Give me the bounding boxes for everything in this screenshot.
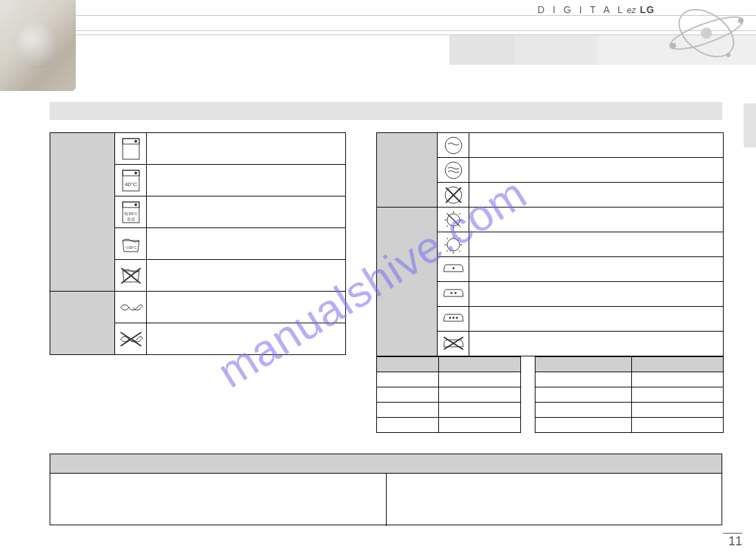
desc-cell (469, 307, 724, 332)
brand-lg: LG (640, 4, 654, 15)
svg-point-3 (671, 43, 676, 48)
cell (632, 387, 724, 403)
desc-cell (147, 260, 346, 292)
desc-cell (469, 332, 724, 356)
table-row (377, 357, 521, 372)
desc-cell (469, 232, 724, 257)
table-row (377, 387, 521, 403)
desc-cell (147, 196, 346, 228)
care-symbol-table-right (376, 132, 724, 356)
svg-point-52 (456, 316, 458, 318)
desc-cell (469, 282, 724, 307)
notes-box (50, 454, 722, 525)
category-cell (50, 292, 115, 355)
table-row (50, 133, 346, 165)
wash-30-neutral-icon: 약30°C중성 (122, 201, 140, 223)
svg-point-11 (134, 172, 137, 174)
svg-point-23 (445, 137, 462, 154)
cell (632, 372, 724, 387)
cell (535, 372, 632, 387)
svg-point-51 (452, 316, 454, 318)
no-wash-icon (120, 265, 142, 286)
page-number-rule (723, 533, 742, 534)
cell (439, 387, 521, 403)
page-number: 11 (728, 534, 742, 549)
cell (377, 387, 439, 403)
brand-ez: ez (627, 6, 636, 15)
symbol-cell: 약30°C (115, 228, 147, 260)
svg-line-36 (447, 225, 448, 227)
svg-line-46 (447, 250, 448, 252)
svg-point-2 (701, 28, 712, 39)
table-row (535, 357, 724, 372)
desc-cell (469, 257, 724, 282)
symbol-cell (438, 207, 469, 232)
brand-digital: D I G I T A L (538, 4, 626, 15)
section-title-bar (50, 102, 722, 120)
desc-cell (147, 165, 346, 196)
svg-text:약30°C: 약30°C (125, 245, 136, 250)
symbol-cell (115, 323, 147, 355)
svg-line-34 (459, 225, 460, 227)
desc-cell (147, 292, 346, 323)
svg-line-45 (459, 238, 460, 239)
table-row (377, 418, 521, 433)
symbol-cell: 40°C (115, 165, 147, 196)
side-tab (744, 103, 756, 148)
symbol-cell (438, 232, 469, 257)
cell (632, 403, 724, 418)
desc-cell (469, 133, 724, 158)
cell (439, 418, 521, 433)
desc-cell (147, 133, 346, 165)
desc-cell (469, 158, 724, 183)
care-symbol-table-left: 40°C 약30°C중성 약30°C (50, 132, 346, 355)
notes-right (387, 474, 722, 526)
sun-shade-icon (444, 210, 463, 230)
iron-low-icon (442, 262, 464, 277)
cell (535, 403, 632, 418)
category-cell (377, 207, 438, 356)
symbol-cell: 약30°C중성 (115, 196, 147, 228)
table-row (50, 292, 346, 323)
cell (377, 372, 439, 387)
svg-point-48 (450, 292, 452, 294)
wash-machine-icon (122, 138, 140, 160)
symbol-cell (438, 307, 469, 332)
svg-point-4 (738, 18, 744, 23)
iron-high-icon (442, 312, 464, 327)
svg-line-37 (448, 214, 459, 225)
orbit-icon (660, 0, 756, 69)
wring-icon (119, 301, 143, 314)
symbol-cell (115, 292, 147, 323)
table-row (377, 403, 521, 418)
svg-line-43 (447, 238, 448, 239)
desc-cell (469, 207, 724, 232)
decorative-face-photo (0, 0, 76, 91)
header-cell (377, 357, 439, 372)
symbol-cell (438, 133, 469, 158)
table-row (535, 372, 724, 387)
desc-cell (147, 323, 346, 355)
svg-point-15 (134, 203, 137, 206)
detergent-grid-a (376, 356, 521, 433)
category-cell (50, 133, 115, 292)
symbol-cell (438, 257, 469, 282)
svg-point-24 (445, 162, 462, 179)
no-wring-icon (119, 331, 143, 347)
symbol-cell (438, 183, 469, 207)
table-row (535, 418, 724, 433)
table-row (377, 133, 724, 158)
svg-point-8 (134, 140, 137, 143)
svg-point-49 (454, 292, 456, 294)
svg-line-33 (447, 213, 448, 214)
dry-circle-b-icon (444, 161, 463, 180)
cell (535, 387, 632, 403)
svg-text:약30°C: 약30°C (124, 212, 138, 216)
desc-cell (469, 183, 724, 207)
svg-line-44 (459, 250, 460, 252)
sun-icon (444, 235, 463, 254)
svg-point-50 (449, 316, 451, 318)
header-cell (535, 357, 632, 372)
wash-40-icon: 40°C (122, 170, 140, 192)
header-cell (632, 357, 724, 372)
